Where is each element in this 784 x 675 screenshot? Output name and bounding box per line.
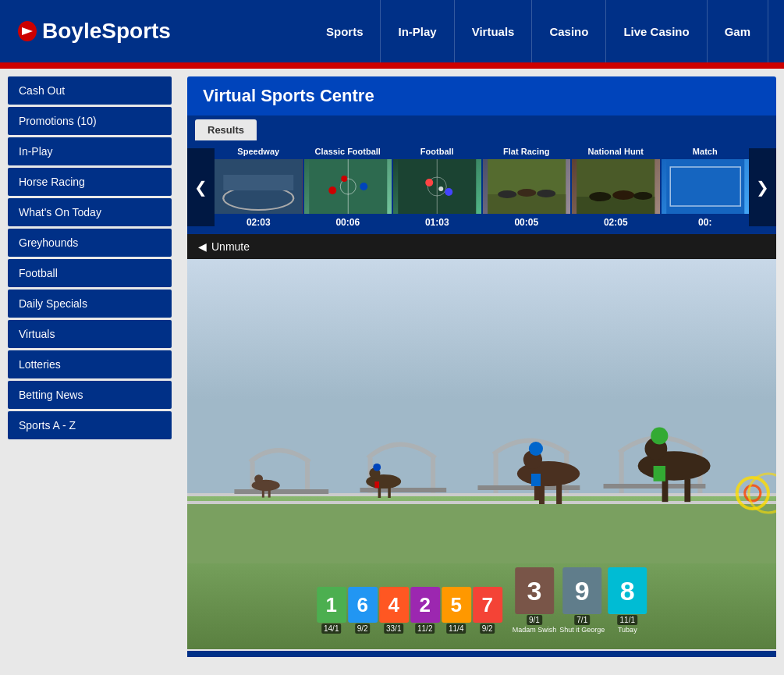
main-nav: Sports In-Play Virtuals Casino Live Casi… [309,0,768,62]
carousel: ❮ Speedway 02:03 Classic Football [187,140,776,234]
nav-sports[interactable]: Sports [309,0,381,62]
horse-name-3: Madam Swish [513,626,557,634]
carousel-items: Speedway 02:03 Classic Football [215,147,749,228]
svg-point-59 [529,442,543,456]
svg-rect-2 [223,175,293,190]
num-box-5: 5 [442,587,471,623]
carousel-item-classic-football[interactable]: Classic Football 00:06 [304,147,392,228]
carousel-label-football: Football [420,147,454,156]
results-tab-bar: Results [187,115,776,140]
unmute-label[interactable]: Unmute [211,240,250,253]
horse-num-1: 1 14/1 [317,587,346,634]
svg-rect-41 [360,488,446,492]
nav-casino[interactable]: Casino [532,0,606,62]
carousel-thumb-match [662,159,750,214]
svg-rect-50 [378,487,381,498]
carousel-thumb-national-hunt [572,159,660,214]
sidebar: Cash Out Promotions (10) In-Play Horse R… [0,69,179,675]
svg-point-12 [438,187,443,191]
svg-point-22 [589,192,611,201]
svg-point-14 [445,188,452,196]
num-box-9: 9 [562,567,601,614]
horse-num-2: 2 11/2 [410,587,440,634]
carousel-label-classic-football: Classic Football [315,147,381,156]
svg-rect-46 [262,489,264,498]
num-box-6: 6 [348,587,378,623]
svg-point-24 [633,192,652,200]
horse-num-8: 8 11/1 Tubay [608,567,647,634]
sidebar-item-football[interactable]: Football [8,259,172,287]
horse-num-6: 6 9/2 [348,587,378,634]
horse-num-4: 4 33/1 [379,587,409,634]
sidebar-item-promotions[interactable]: Promotions (10) [8,107,172,135]
svg-point-13 [425,179,433,187]
sidebar-item-daily-specials[interactable]: Daily Specials [8,290,172,318]
nav-games[interactable]: Gam [708,0,768,62]
horse-num-5: 5 11/4 [442,587,471,634]
sidebar-item-in-play[interactable]: In-Play [8,137,172,165]
odds-1: 14/1 [321,623,341,634]
carousel-time-football: 01:03 [425,217,449,228]
svg-rect-56 [539,485,545,504]
sidebar-item-cash-out[interactable]: Cash Out [8,76,172,105]
sidebar-item-greyhounds[interactable]: Greyhounds [8,229,172,257]
sidebar-item-lotteries[interactable]: Lotteries [8,350,172,378]
num-box-8: 8 [608,567,647,614]
svg-rect-16 [488,194,566,214]
carousel-item-speedway[interactable]: Speedway 02:03 [215,147,303,228]
mute-icon: ◀ [198,240,207,253]
carousel-time-speedway: 02:03 [247,217,271,228]
odds-9: 7/1 [574,615,590,625]
carousel-item-match[interactable]: Match 00: [662,147,750,228]
svg-rect-42 [477,485,580,490]
carousel-item-national-hunt[interactable]: National Hunt 02:05 [572,147,660,228]
sidebar-item-virtuals[interactable]: Virtuals [8,320,172,348]
num-box-1: 1 [317,587,346,623]
odds-5: 11/4 [446,623,466,634]
svg-rect-58 [534,485,540,500]
unmute-bar: ◀ Unmute [187,234,776,259]
carousel-item-football[interactable]: Football 01:03 [393,147,481,228]
horse-numbers-overlay: 1 14/1 6 9/2 4 33/1 2 11 [317,567,647,634]
sidebar-item-betting-news[interactable]: Betting News [8,381,172,409]
logo-icon [16,20,39,43]
carousel-thumb-flat-racing [483,159,571,214]
svg-point-45 [254,474,263,483]
logo-text: BoyleSports [42,19,171,44]
carousel-time-flat-racing: 00:05 [514,217,538,228]
svg-rect-47 [268,489,271,498]
svg-point-7 [360,183,367,190]
odds-2: 11/2 [415,623,435,634]
carousel-label-match: Match [693,147,718,156]
nav-inplay[interactable]: In-Play [381,0,454,62]
svg-rect-64 [684,479,690,503]
sidebar-item-sports-a-z[interactable]: Sports A - Z [8,411,172,439]
header: BoyleSports Sports In-Play Virtuals Casi… [0,0,784,62]
nav-live-casino[interactable]: Live Casino [606,0,707,62]
num-box-2: 2 [410,587,440,623]
video-container: ◀ Unmute 09:51 BOYLESTOWN EVENT ID:94182… [187,234,776,649]
sidebar-item-horse-racing[interactable]: Horse Racing [8,168,172,196]
odds-6: 9/2 [355,623,371,634]
carousel-prev-arrow[interactable]: ❮ [187,148,215,226]
carousel-thumb-football [393,159,481,214]
odds-3: 9/1 [527,615,542,625]
odds-7: 9/2 [480,623,495,634]
horse-num-7: 7 9/2 [473,587,502,634]
carousel-item-flat-racing[interactable]: Flat Racing 00:05 [483,147,571,228]
carousel-label-speedway: Speedway [237,147,279,156]
sidebar-item-whats-on-today[interactable]: What's On Today [8,198,172,226]
carousel-time-match: 00: [698,217,711,228]
svg-rect-29 [187,501,776,563]
horse-num-3: 3 9/1 Madam Swish [513,567,557,634]
carousel-time-national-hunt: 02:05 [604,217,628,228]
svg-rect-53 [374,481,379,488]
svg-rect-63 [662,479,669,503]
svg-rect-40 [234,489,328,494]
nav-virtuals[interactable]: Virtuals [455,0,533,62]
carousel-next-arrow[interactable]: ❯ [749,148,776,226]
carousel-thumb-speedway [215,159,303,214]
svg-point-6 [328,187,336,194]
carousel-time-classic-football: 00:06 [335,217,360,228]
results-tab[interactable]: Results [195,119,257,140]
